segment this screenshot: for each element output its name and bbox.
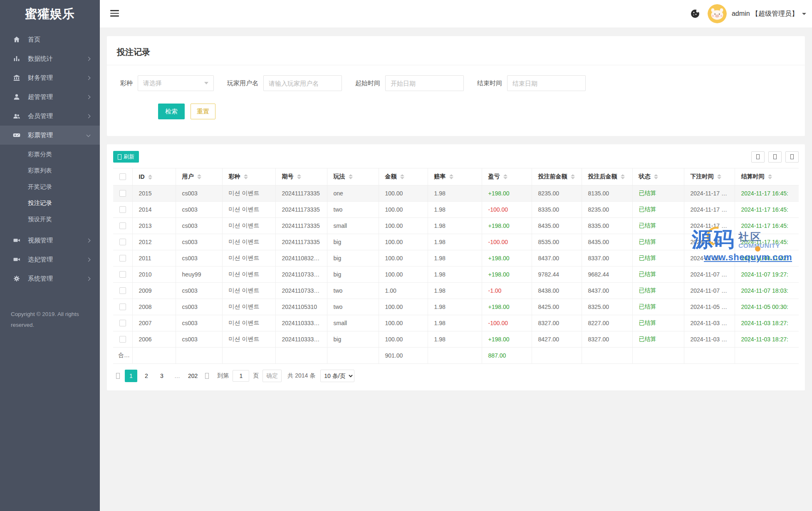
user-avatar[interactable]	[708, 4, 727, 23]
filter-columns-button[interactable]	[751, 151, 765, 163]
row-checkbox[interactable]	[119, 271, 126, 278]
sort-icon[interactable]	[503, 174, 508, 179]
gear-icon	[12, 274, 21, 283]
sidebar-item-5[interactable]: 彩票管理	[0, 126, 100, 145]
pagination-pages: 123…202	[125, 370, 202, 382]
filter-columns-icon	[756, 154, 760, 159]
table-row: 2013cs003미션 이벤트202411173335small100.001.…	[113, 217, 799, 234]
refresh-button[interactable]: 刷新	[113, 151, 139, 163]
total-count-label: 共 2014 条	[287, 372, 315, 380]
end-date-input[interactable]	[507, 75, 586, 91]
sort-icon[interactable]	[621, 174, 625, 179]
bet-records-table: ID用户彩种期号玩法金额赔率盈亏投注前金额投注后金额状态下注时间结算时间 201…	[113, 168, 799, 364]
sort-icon[interactable]	[148, 175, 152, 180]
chevron-right-icon	[87, 57, 91, 61]
page-button-3[interactable]: 3	[156, 370, 168, 382]
table-row: 2011cs003미션 이벤트2024110832…big100.001.98+…	[113, 250, 799, 266]
table-row: 2014cs003미션 이벤트202411173335two100.001.98…	[113, 201, 799, 217]
row-checkbox[interactable]	[119, 222, 126, 229]
lottery-type-label: 彩种	[120, 79, 133, 87]
filter-card: 投注记录 彩种 请选择 玩家用户名 起始时间	[107, 36, 805, 136]
dropdown-caret-icon	[802, 13, 806, 15]
player-username-input[interactable]	[263, 75, 342, 91]
row-checkbox[interactable]	[119, 190, 126, 197]
next-page-button[interactable]	[202, 370, 211, 382]
sidebar-item-4[interactable]: 会员管理	[0, 106, 100, 126]
app-logo: 蜜獾娱乐	[0, 0, 100, 27]
sidebar-item-2[interactable]: 财务管理	[0, 68, 100, 87]
chevron-right-icon	[87, 257, 91, 262]
chevron-right-icon	[87, 114, 91, 118]
row-checkbox[interactable]	[119, 320, 126, 326]
reset-button[interactable]: 重置	[191, 104, 215, 119]
sidebar-item-7[interactable]: 选妃管理	[0, 250, 100, 269]
video-icon	[12, 236, 21, 244]
row-checkbox[interactable]	[119, 239, 126, 245]
sidebar-item-1[interactable]: 数据统计	[0, 49, 100, 68]
search-button[interactable]: 检索	[158, 104, 185, 119]
home-icon	[12, 35, 21, 44]
row-checkbox[interactable]	[119, 336, 126, 343]
sort-icon[interactable]	[571, 174, 575, 179]
filter-row: 彩种 请选择 玩家用户名 起始时间 结束时间	[120, 75, 805, 91]
group-icon	[12, 112, 21, 120]
sort-icon[interactable]	[197, 174, 201, 179]
table-card: 刷新 ID用户彩种期号玩法金额赔率盈亏投注前金额投注后金额状态下注时间结算时间 …	[107, 144, 805, 390]
user-menu[interactable]: admin 【超级管理员】	[732, 10, 798, 18]
start-date-input[interactable]	[385, 75, 464, 91]
sidebar-item-0[interactable]: 首页	[0, 30, 100, 49]
sort-icon[interactable]	[244, 174, 248, 179]
bank-icon	[12, 74, 21, 82]
pagination: 123…202 到第 页 确定 共 2014 条 10 条/页	[113, 370, 799, 382]
sidebar-item-3[interactable]: 超管管理	[0, 87, 100, 106]
row-checkbox[interactable]	[119, 255, 126, 262]
print-button[interactable]	[785, 151, 799, 163]
sidebar-submenu: 彩票分类彩票列表开奖记录投注记录预设开奖	[0, 145, 100, 231]
page-size-select[interactable]: 10 条/页	[320, 370, 354, 382]
sort-icon[interactable]	[717, 174, 721, 179]
page-button-2[interactable]: 2	[140, 370, 153, 382]
row-checkbox[interactable]	[119, 304, 126, 310]
sidebar-subitem-2[interactable]: 开奖记录	[0, 179, 100, 195]
table-row: 2007cs003미션 이벤트2024110333…small100.001.9…	[113, 315, 799, 331]
sidebar-subitem-1[interactable]: 彩票列表	[0, 163, 100, 179]
export-button[interactable]	[768, 151, 782, 163]
sidebar-item-6[interactable]: 视频管理	[0, 231, 100, 250]
refresh-icon	[118, 154, 121, 160]
page-title: 投注记录	[107, 36, 805, 65]
confirm-jump-button[interactable]: 确定	[262, 370, 282, 382]
menu-toggle-icon[interactable]	[110, 10, 119, 18]
summary-row: 合…901.00887.00	[113, 347, 799, 363]
row-checkbox[interactable]	[119, 287, 126, 294]
sidebar-subitem-3[interactable]: 投注记录	[0, 195, 100, 211]
export-icon	[773, 154, 777, 159]
player-username-label: 玩家用户名	[227, 79, 258, 87]
table-toolbar: 刷新	[107, 144, 805, 168]
start-time-label: 起始时间	[355, 79, 380, 87]
prev-page-button[interactable]	[113, 370, 122, 382]
sort-icon[interactable]	[768, 174, 772, 179]
table-head: ID用户彩种期号玩法金额赔率盈亏投注前金额投注后金额状态下注时间结算时间	[113, 168, 799, 185]
sort-icon[interactable]	[297, 174, 301, 179]
jump-prefix-label: 到第	[217, 372, 229, 380]
bar-chart-icon	[12, 54, 21, 63]
topbar-right: admin 【超级管理员】	[690, 0, 806, 27]
theme-cookie-icon[interactable]	[690, 9, 700, 19]
sort-icon[interactable]	[449, 174, 453, 179]
sidebar-subitem-0[interactable]: 彩票分类	[0, 146, 100, 163]
page-button-202[interactable]: 202	[186, 370, 199, 382]
sidebar-item-8[interactable]: 系统管理	[0, 269, 100, 288]
sidebar-subitem-4[interactable]: 预设开奖	[0, 211, 100, 227]
sort-icon[interactable]	[349, 174, 353, 179]
page-button-1[interactable]: 1	[125, 370, 137, 382]
lottery-type-select[interactable]: 请选择	[138, 75, 214, 91]
sort-icon[interactable]	[654, 174, 658, 179]
select-all-checkbox[interactable]	[119, 173, 126, 180]
sort-icon[interactable]	[400, 174, 404, 179]
pagination-ellipsis: …	[171, 370, 183, 382]
app-window: 蜜獾娱乐 首页数据统计财务管理超管管理会员管理彩票管理彩票分类彩票列表开奖记录投…	[0, 0, 812, 511]
table-body: 2015cs003미션 이벤트202411173335one100.001.98…	[113, 185, 799, 363]
chevron-down-icon	[87, 133, 91, 137]
jump-page-input[interactable]	[233, 370, 249, 382]
row-checkbox[interactable]	[119, 206, 126, 213]
